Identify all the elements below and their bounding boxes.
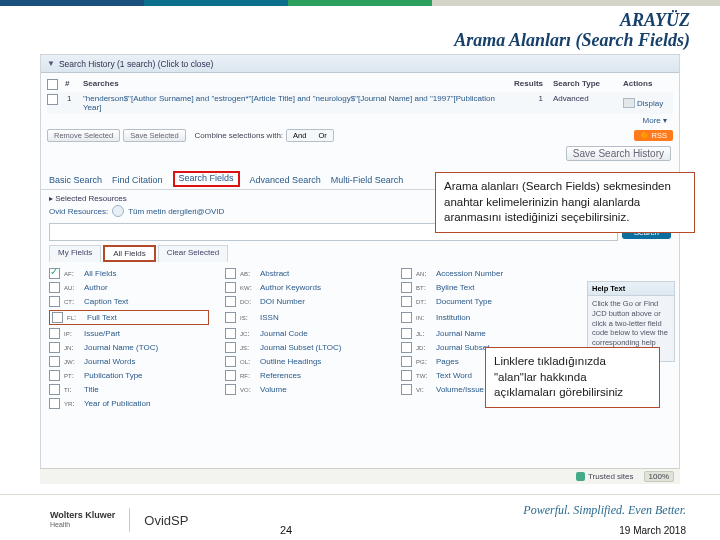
field-item-journal-words[interactable]: jw:Journal Words — [49, 356, 209, 367]
combine-or[interactable]: Or — [312, 130, 332, 141]
field-checkbox[interactable] — [225, 312, 236, 323]
field-label[interactable]: Pages — [436, 357, 459, 366]
select-all-checkbox[interactable] — [47, 79, 58, 90]
field-item-publication-type[interactable]: pt:Publication Type — [49, 370, 209, 381]
field-checkbox[interactable] — [401, 384, 412, 395]
field-checkbox[interactable] — [49, 328, 60, 339]
more-link[interactable]: More ▾ — [47, 114, 673, 125]
field-label[interactable]: Abstract — [260, 269, 289, 278]
field-item-journal-code[interactable]: jc:Journal Code — [225, 328, 385, 339]
field-label[interactable]: References — [260, 371, 301, 380]
field-checkbox[interactable] — [401, 282, 412, 293]
field-item-title[interactable]: ti:Title — [49, 384, 209, 395]
field-checkbox[interactable] — [49, 296, 60, 307]
field-item-byline-text[interactable]: bt:Byline Text — [401, 282, 561, 293]
field-item-references[interactable]: rf:References — [225, 370, 385, 381]
field-checkbox[interactable] — [49, 398, 60, 409]
tab-my-fields[interactable]: My Fields — [49, 245, 101, 262]
field-label[interactable]: Journal Words — [84, 357, 135, 366]
field-label[interactable]: Author — [84, 283, 108, 292]
zoom-indicator[interactable]: 100% — [644, 471, 674, 482]
field-item-issn[interactable]: is:ISSN — [225, 310, 385, 325]
info-icon[interactable] — [112, 205, 124, 217]
field-checkbox[interactable] — [401, 328, 412, 339]
field-checkbox[interactable] — [225, 384, 236, 395]
field-label[interactable]: Accession Number — [436, 269, 503, 278]
combine-segment[interactable]: And Or — [286, 129, 334, 142]
field-label[interactable]: Document Type — [436, 297, 492, 306]
field-label[interactable]: Volume — [260, 385, 287, 394]
search-history-header[interactable]: ▼ Search History (1 search) (Click to cl… — [41, 55, 679, 73]
field-item-all-fields[interactable]: af:All Fields — [49, 268, 209, 279]
field-checkbox[interactable] — [225, 268, 236, 279]
field-item-volume[interactable]: vo:Volume — [225, 384, 385, 395]
rss-badge[interactable]: 🔶 RSS — [634, 130, 673, 141]
field-checkbox[interactable] — [49, 282, 60, 293]
field-checkbox[interactable] — [49, 356, 60, 367]
field-item-journal-name[interactable]: jl:Journal Name — [401, 328, 561, 339]
field-item-outline-headings[interactable]: ol:Outline Headings — [225, 356, 385, 367]
row-checkbox[interactable] — [47, 94, 58, 105]
row-actions[interactable]: Display — [613, 94, 673, 112]
field-label[interactable]: Full Text — [87, 313, 117, 322]
field-checkbox[interactable] — [49, 370, 60, 381]
field-checkbox[interactable] — [225, 356, 236, 367]
field-item-journal-name-toc-[interactable]: jn:Journal Name (TOC) — [49, 342, 209, 353]
field-label[interactable]: Caption Text — [84, 297, 128, 306]
save-search-history-button[interactable]: Save Search History — [566, 146, 671, 161]
remove-selected-button[interactable]: Remove Selected — [47, 129, 120, 142]
field-label[interactable]: Journal Code — [260, 329, 308, 338]
tab-advanced[interactable]: Advanced Search — [250, 175, 321, 187]
tab-clear-selected[interactable]: Clear Selected — [158, 245, 228, 262]
field-checkbox[interactable] — [401, 296, 412, 307]
field-item-journal-subset-ltoc-[interactable]: js:Journal Subset (LTOC) — [225, 342, 385, 353]
field-checkbox[interactable] — [401, 268, 412, 279]
field-label[interactable]: Outline Headings — [260, 357, 321, 366]
combine-and[interactable]: And — [287, 130, 312, 141]
display-icon[interactable] — [623, 98, 635, 108]
field-checkbox[interactable] — [225, 342, 236, 353]
field-label[interactable]: Byline Text — [436, 283, 475, 292]
field-label[interactable]: Title — [84, 385, 99, 394]
field-label[interactable]: DOI Number — [260, 297, 305, 306]
field-label[interactable]: ISSN — [260, 313, 279, 322]
field-label[interactable]: Year of Publication — [84, 399, 150, 408]
field-label[interactable]: Journal Name (TOC) — [84, 343, 158, 352]
field-item-abstract[interactable]: ab:Abstract — [225, 268, 385, 279]
field-label[interactable]: Publication Type — [84, 371, 143, 380]
tab-all-fields[interactable]: All Fields — [103, 245, 155, 262]
field-item-author[interactable]: au:Author — [49, 282, 209, 293]
field-checkbox[interactable] — [401, 312, 412, 323]
field-item-document-type[interactable]: dt:Document Type — [401, 296, 561, 307]
save-selected-button[interactable]: Save Selected — [123, 129, 185, 142]
ovid-resources-link[interactable]: Ovid Resources: — [49, 207, 108, 216]
field-label[interactable]: Text Word — [436, 371, 472, 380]
row-results[interactable]: 1 — [503, 94, 543, 112]
row-query[interactable]: "henderson$"[Author Surname] and "estrog… — [83, 94, 503, 112]
field-label[interactable]: Institution — [436, 313, 470, 322]
tab-basic[interactable]: Basic Search — [49, 175, 102, 187]
field-item-doi-number[interactable]: do:DOI Number — [225, 296, 385, 307]
field-checkbox[interactable] — [401, 342, 412, 353]
field-checkbox[interactable] — [225, 282, 236, 293]
field-checkbox[interactable] — [52, 312, 63, 323]
field-checkbox[interactable] — [225, 296, 236, 307]
tab-multi-field[interactable]: Multi-Field Search — [331, 175, 404, 187]
field-label[interactable]: Journal Subset — [436, 343, 489, 352]
tab-search-fields[interactable]: Search Fields — [173, 171, 240, 187]
field-item-issue-part[interactable]: ip:Issue/Part — [49, 328, 209, 339]
field-checkbox[interactable] — [225, 328, 236, 339]
field-item-caption-text[interactable]: ct:Caption Text — [49, 296, 209, 307]
field-checkbox[interactable] — [225, 370, 236, 381]
field-label[interactable]: Journal Subset (LTOC) — [260, 343, 342, 352]
tab-find-citation[interactable]: Find Citation — [112, 175, 163, 187]
field-item-author-keywords[interactable]: kw:Author Keywords — [225, 282, 385, 293]
field-item-full-text[interactable]: fl:Full Text — [49, 310, 209, 325]
field-checkbox[interactable] — [401, 356, 412, 367]
field-checkbox[interactable] — [401, 370, 412, 381]
field-checkbox[interactable] — [49, 342, 60, 353]
field-item-accession-number[interactable]: an:Accession Number — [401, 268, 561, 279]
field-label[interactable]: Author Keywords — [260, 283, 321, 292]
field-checkbox[interactable] — [49, 268, 60, 279]
field-item-institution[interactable]: in:Institution — [401, 310, 561, 325]
